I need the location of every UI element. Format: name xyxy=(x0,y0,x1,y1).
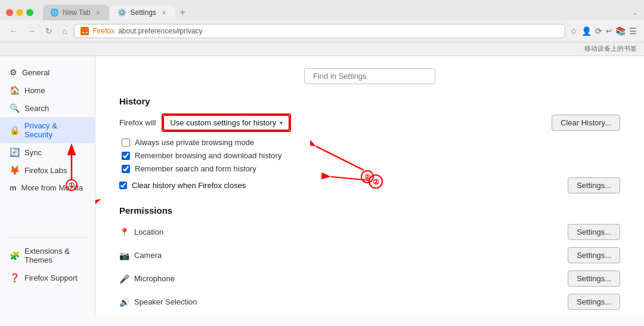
sidebar-item-general[interactable]: ⚙ General xyxy=(0,63,95,81)
labs-icon: 🦊 xyxy=(10,165,20,175)
perm-location-left: 📍 Location xyxy=(119,227,163,237)
title-bar: 🌐 New Tab ✕ ⚙️ Settings ✕ + ⌄ xyxy=(0,0,644,20)
perm-camera-row: 📷 Camera Settings... xyxy=(119,246,620,265)
perm-notifications-row: 🔔 Notifications Learn more Settings... xyxy=(119,316,620,316)
clear-history-row: Clear history when Firefox closes Settin… xyxy=(119,177,620,193)
sidebar-label-home: Home xyxy=(24,86,45,95)
sidebar-label-mozilla: More from Mozilla xyxy=(21,183,83,192)
site-favicon: 🦊 xyxy=(80,27,89,35)
microphone-settings-button[interactable]: Settings... xyxy=(568,270,620,287)
dropdown-label: Use custom settings for history xyxy=(170,118,276,127)
tab-new-tab[interactable]: 🌐 New Tab ✕ xyxy=(43,5,109,20)
sidebar-label-support: Firefox Support xyxy=(24,273,78,282)
sidebar-item-sync[interactable]: 🔄 Sync xyxy=(0,143,95,161)
sync-icon[interactable]: ⟳ xyxy=(595,26,602,36)
sidebar-label-labs: Firefox Labs xyxy=(24,166,67,175)
remember-search-label: Remember search and form history xyxy=(135,164,256,173)
find-bar xyxy=(119,68,620,84)
minimize-button[interactable] xyxy=(16,9,23,16)
camera-icon: 📷 xyxy=(119,251,129,260)
sidebar: ⚙ General 🏠 Home 🔍 Search 🔒 Privacy & Se… xyxy=(0,56,95,316)
camera-settings-button[interactable]: Settings... xyxy=(568,247,620,263)
history-title: History xyxy=(119,96,620,106)
checkbox-private: Always use private browsing mode xyxy=(119,138,620,147)
sidebar-item-home[interactable]: 🏠 Home xyxy=(0,81,95,99)
support-icon: ❓ xyxy=(10,273,20,282)
address-bar[interactable]: 🦊 Firefox about:preferences#privacy xyxy=(74,24,565,38)
perm-location-label: Location xyxy=(134,227,163,236)
checkbox-remember-browse: Remember browsing and download history xyxy=(119,151,620,160)
tab-label: Settings xyxy=(130,8,156,17)
home-button[interactable]: ⌂ xyxy=(60,25,69,37)
close-button[interactable] xyxy=(6,9,13,16)
remember-browse-checkbox[interactable] xyxy=(122,152,130,160)
microphone-icon: 🎤 xyxy=(119,274,129,284)
search-icon: 🔍 xyxy=(10,103,20,113)
location-settings-button[interactable]: Settings... xyxy=(568,224,620,240)
sync-icon2: 🔄 xyxy=(10,147,20,157)
sidebar-item-labs[interactable]: 🦊 Firefox Labs xyxy=(0,161,95,179)
forward-button[interactable]: → xyxy=(25,25,38,37)
sidebar-item-extensions[interactable]: 🧩 Extensions & Themes xyxy=(0,242,95,269)
account-icon[interactable]: 👤 xyxy=(581,26,592,36)
new-tab-button[interactable]: + xyxy=(177,5,189,20)
sidebar-label-general: General xyxy=(22,68,49,77)
remember-search-checkbox[interactable] xyxy=(122,165,130,173)
perm-camera-left: 📷 Camera xyxy=(119,251,162,260)
tab-settings[interactable]: ⚙️ Settings ✕ xyxy=(110,5,175,20)
extensions-icon: 🧩 xyxy=(10,251,20,260)
maximize-button[interactable] xyxy=(26,9,33,16)
chevron-down-icon: ▾ xyxy=(280,119,283,126)
perm-microphone-label: Microphone xyxy=(134,274,175,283)
history-mode-row: Firefox will Use custom settings for his… xyxy=(119,113,620,132)
sidebar-item-support[interactable]: ❓ Firefox Support xyxy=(0,269,95,287)
sidebar-item-mozilla[interactable]: m More from Mozilla xyxy=(0,179,95,196)
custom-history-dropdown-highlight: Use custom settings for history ▾ xyxy=(162,113,291,132)
find-input[interactable] xyxy=(304,68,435,84)
bookmark-text: 移动设备上的书签 xyxy=(584,45,637,52)
clear-history-label: Clear history when Firefox closes xyxy=(132,181,246,190)
address-prefix: Firefox xyxy=(92,27,114,35)
tab-favicon: ⚙️ xyxy=(117,8,126,17)
speaker-icon: 🔊 xyxy=(119,297,129,307)
clear-history-button[interactable]: Clear History... xyxy=(552,115,620,131)
tab-close-icon[interactable]: ✕ xyxy=(160,8,168,17)
history-dropdown[interactable]: Use custom settings for history ▾ xyxy=(163,115,290,131)
tab-close-icon[interactable]: ✕ xyxy=(94,8,102,17)
history-label: Firefox will xyxy=(119,118,156,127)
sidebar-label-extensions: Extensions & Themes xyxy=(24,247,85,265)
history-section: History Firefox will Use custom settings… xyxy=(119,96,620,193)
remember-browse-label: Remember browsing and download history xyxy=(135,151,281,160)
private-browsing-label: Always use private browsing mode xyxy=(135,138,254,147)
reload-button[interactable]: ↻ xyxy=(43,25,55,37)
address-url: about:preferences#privacy xyxy=(118,27,202,35)
private-browsing-checkbox[interactable] xyxy=(122,139,130,147)
home-icon: 🏠 xyxy=(10,85,20,95)
back-icon2[interactable]: ↩ xyxy=(606,27,612,35)
history-settings-button[interactable]: Settings... xyxy=(568,177,620,193)
sidebar-divider xyxy=(7,237,88,238)
sidebar-label-privacy: Privacy & Security xyxy=(24,121,85,139)
main-container: ⚙ General 🏠 Home 🔍 Search 🔒 Privacy & Se… xyxy=(0,56,644,316)
sidebar-item-privacy[interactable]: 🔒 Privacy & Security xyxy=(0,117,95,143)
sidebar-label-sync: Sync xyxy=(24,148,42,157)
mozilla-icon: m xyxy=(10,183,17,192)
clear-history-checkbox[interactable] xyxy=(119,182,127,189)
back-button[interactable]: ← xyxy=(7,25,20,37)
library-icon[interactable]: 📚 xyxy=(615,26,626,36)
gear-icon: ⚙ xyxy=(10,67,17,77)
sidebar-item-search[interactable]: 🔍 Search xyxy=(0,99,95,117)
menu-icon[interactable]: ☰ xyxy=(629,26,637,36)
bookmark-bar: 移动设备上的书签 xyxy=(0,42,644,56)
browser-window: 🌐 New Tab ✕ ⚙️ Settings ✕ + ⌄ ← → ↻ ⌂ � xyxy=(0,0,644,326)
speaker-settings-button[interactable]: Settings... xyxy=(568,294,620,310)
browser-chrome: 🌐 New Tab ✕ ⚙️ Settings ✕ + ⌄ ← → ↻ ⌂ � xyxy=(0,0,644,56)
perm-microphone-left: 🎤 Microphone xyxy=(119,274,175,284)
checkbox-remember-search: Remember search and form history xyxy=(119,164,620,173)
perm-speaker-label: Speaker Selection xyxy=(134,297,197,306)
window-menu-icon[interactable]: ⌄ xyxy=(632,8,638,17)
bookmarks-icon[interactable]: ☆ xyxy=(570,26,578,36)
settings-content: History Firefox will Use custom settings… xyxy=(95,56,644,316)
perm-speaker-left: 🔊 Speaker Selection xyxy=(119,297,197,307)
traffic-lights xyxy=(6,9,33,16)
